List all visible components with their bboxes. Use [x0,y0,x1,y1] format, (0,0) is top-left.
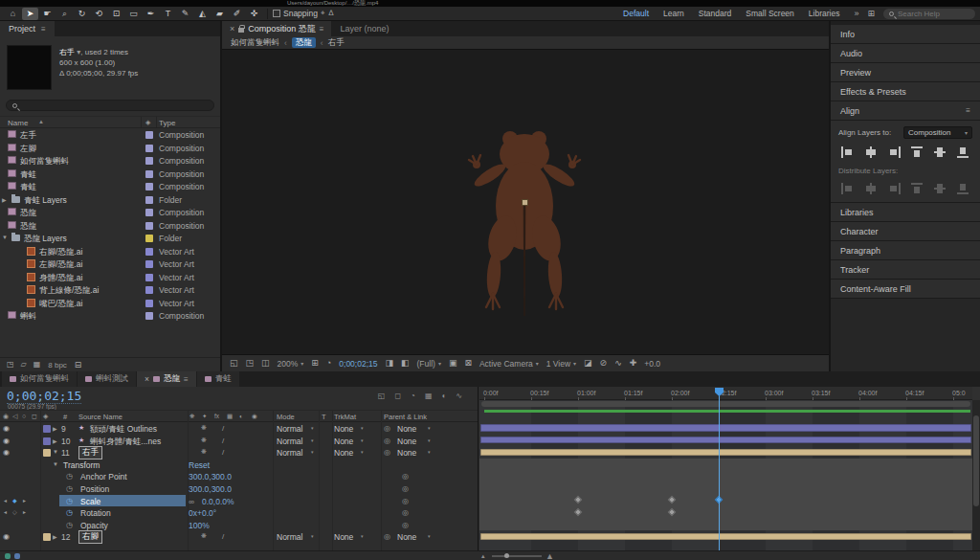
parent-link-header[interactable]: Parent & Link [384,413,427,421]
panel-section-character[interactable]: Character [831,222,980,241]
workspace-default[interactable]: Default [623,9,649,18]
quality-switch[interactable]: / [222,424,224,433]
twirl-open-icon[interactable]: ▼ [53,461,58,467]
label-chip[interactable] [145,145,153,152]
timeline-zoom-slider[interactable] [492,555,542,557]
close-icon[interactable]: × [230,24,234,34]
source-name-header[interactable]: Source Name [78,413,122,421]
time-navigator-bar[interactable] [481,401,970,407]
trkmat-select[interactable]: None [334,532,353,542]
frame-blending-icon[interactable]: ▦ [425,392,433,400]
project-item[interactable]: 身體/恐龍.aiVector Art [0,271,220,284]
constrain-proportions-icon[interactable]: ∞ [189,497,194,506]
align-horizontal-center-button[interactable] [864,146,878,158]
project-search-input[interactable] [21,101,208,110]
distribute-right-button[interactable] [887,183,901,194]
tab-composition[interactable]: × Composition 恐龍 ≡ [222,21,331,36]
layer-row[interactable]: ◉▶9★額頭/青蛙 Outlines❋/Normal▾None▾◎None▾ [0,422,478,435]
column-divider[interactable] [156,117,157,127]
workspace-libraries[interactable]: Libraries [809,9,840,18]
toggle-modes-icon[interactable] [14,553,20,559]
layer-row[interactable]: ◉▶10★蝌蚪身體/青蛙...nes❋/Normal▾None▾◎None▾ [0,435,478,447]
timeline-tab-4[interactable]: 青蛙 [197,371,239,387]
distribute-vertical-center-button[interactable] [933,183,947,194]
distribute-left-button[interactable] [841,183,855,194]
snap-edges-icon[interactable]: ⌖ [321,10,325,17]
distribute-horizontal-center-button[interactable] [864,183,878,194]
project-item[interactable]: ▶青蛙 LayersFolder [0,193,220,207]
label-chip[interactable] [145,209,153,216]
item-name[interactable]: 左腳 [20,144,36,155]
previous-keyframe-arrow[interactable]: ◄ [3,509,8,515]
blend-mode-select[interactable]: Normal [277,532,302,542]
align-top-button[interactable] [910,146,924,158]
item-name[interactable]: 左腳/恐龍.ai [39,259,82,271]
collapse-transformations-switch[interactable]: ❋ [201,448,207,456]
align-vertical-center-button[interactable] [933,146,947,158]
panel-section-align[interactable]: Align ≡ [831,101,980,121]
zoom-tool[interactable]: ⌕ [56,8,73,20]
timeline-button-icon[interactable]: ∿ [614,359,622,368]
blend-mode-select[interactable]: Normal [277,448,302,458]
panel-section-tracker[interactable]: Tracker [831,260,980,280]
property-value[interactable]: 0.0,0.0% [202,497,234,506]
region-of-interest-icon[interactable]: ▣ [449,359,457,368]
panel-section-info[interactable]: Info [831,25,980,44]
current-time-display[interactable]: 0;00;02;15 [7,389,81,404]
team-project-icon[interactable]: ⊞ [867,10,875,18]
reset-exposure-icon[interactable]: ✚ [630,359,637,368]
project-item[interactable]: 左腳/恐龍.aiVector Art [0,258,220,271]
twirl-closed-icon[interactable]: ▶ [53,437,57,444]
mask-visibility-icon[interactable]: ◔ [326,359,331,368]
workspace-learn[interactable]: Learn [663,9,684,18]
panel-section-preview[interactable]: Preview [831,63,980,82]
home-tool[interactable]: ⌂ [5,8,21,20]
parent-select[interactable]: None [397,437,416,446]
align-right-button[interactable] [887,146,901,158]
camera-select[interactable]: Active Camera▾ [479,359,539,369]
quality-switch[interactable]: / [222,532,224,541]
twirl-open-icon[interactable]: ▼ [53,449,58,455]
twirl-open-icon[interactable]: ▼ [2,235,8,240]
timeline-graph-area[interactable]: 0:00f00:15f01:00f01:15f02:00f02:15f03:00… [479,387,980,550]
panel-section-effects-presets[interactable]: Effects & Presets [831,82,980,101]
project-item[interactable]: 青蛙Composition [0,168,220,181]
group-name[interactable]: Transform [63,460,100,470]
panel-menu-icon[interactable]: ≡ [41,25,46,34]
pen-tool[interactable]: ✒ [143,8,159,20]
layer-duration-bar[interactable] [480,424,971,432]
selection-tool[interactable]: ➤ [22,8,38,20]
layer-name[interactable]: 右腳 [78,530,102,544]
label-chip[interactable] [145,312,153,320]
label-chip[interactable] [145,260,153,268]
item-name[interactable]: 身體/恐龍.ai [39,273,82,284]
breadcrumb-item[interactable]: 恐龍 [292,37,316,48]
quality-switch[interactable]: / [222,437,224,445]
twirl-closed-icon[interactable]: ▶ [2,196,7,203]
project-item[interactable]: 如何當隻蝌蚪Composition [0,154,220,168]
roto-brush-tool[interactable]: ✐ [229,8,245,20]
label-chip[interactable] [145,274,153,281]
item-name[interactable]: 蝌蚪 [20,311,36,323]
panel-menu-icon[interactable]: ≡ [184,375,189,384]
property-name[interactable]: Scale [80,497,100,506]
twirl-closed-icon[interactable]: ▶ [53,425,57,432]
project-item[interactable]: 蝌蚪Composition [0,309,220,323]
interpret-footage-icon[interactable]: ◳ [7,361,14,369]
snapshot-icon[interactable]: ◨ [385,359,393,368]
reset-link[interactable]: Reset [189,460,210,470]
rotation-tool[interactable]: ↻ [74,8,90,20]
transparency-grid-icon[interactable]: ⊠ [464,359,472,368]
time-ruler[interactable]: 0:00f00:15f01:00f01:15f02:00f02:15f03:00… [479,387,972,400]
layer-label-chip[interactable] [43,533,51,541]
graph-editor-icon[interactable]: ∿ [456,392,462,400]
draft-3d-icon[interactable]: ◻ [394,392,401,400]
show-snapshot-icon[interactable]: ◧ [401,359,410,368]
label-chip[interactable] [145,157,153,165]
project-item[interactable]: 恐龍Composition [0,206,220,219]
layer-duration-bar[interactable] [480,533,971,541]
preview-time[interactable]: 0;00;02;15 [339,359,377,369]
layer-anchor-handle[interactable] [522,199,528,206]
help-search[interactable] [883,9,975,19]
brush-tool[interactable]: ✎ [177,8,193,20]
